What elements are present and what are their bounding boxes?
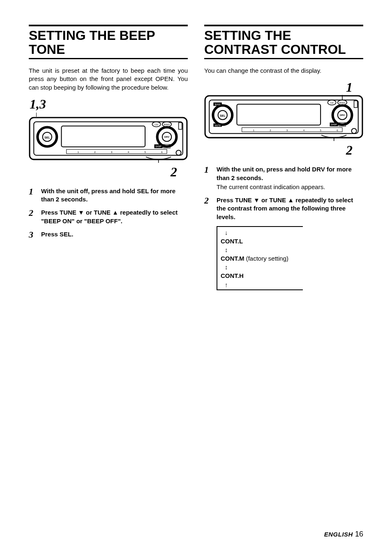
svg-text:BAND: BAND	[164, 123, 170, 126]
svg-text:5: 5	[320, 129, 321, 132]
svg-text:SEL: SEL	[44, 136, 50, 139]
svg-rect-55	[354, 101, 357, 108]
svg-text:BAND: BAND	[339, 102, 345, 104]
rule-under	[29, 58, 188, 59]
heading-beep: SETTING THE BEEP TONE	[29, 29, 188, 56]
left-column: SETTING THE BEEP TONE The unit is preset…	[29, 25, 188, 290]
step-number: 1	[29, 187, 36, 204]
step-3: 3 Press SEL.	[29, 230, 188, 239]
level-h: CONT.H	[221, 272, 244, 279]
arrow-down-icon: ↓	[221, 229, 300, 236]
svg-point-56	[351, 129, 356, 134]
rule-top	[204, 25, 363, 26]
step-number: 2	[204, 196, 212, 221]
svg-rect-17	[67, 149, 167, 153]
rule-top	[29, 25, 188, 26]
right-column: SETTING THE CONTRAST CONTROL You can cha…	[204, 25, 363, 290]
svg-text:1: 1	[77, 150, 79, 153]
svg-text:LO: LO	[341, 123, 344, 126]
svg-point-25	[176, 150, 181, 155]
svg-text:5: 5	[144, 150, 146, 153]
arrow-updown-icon: ↕	[221, 247, 300, 253]
callout-2-right: 2	[204, 143, 353, 158]
svg-rect-48	[242, 128, 342, 132]
svg-text:6: 6	[337, 129, 338, 132]
heading-contrast: SETTING THE CONTRAST CONTROL	[204, 29, 363, 56]
svg-text:CD: CD	[154, 123, 158, 126]
step-number: 3	[29, 230, 36, 239]
svg-text:6: 6	[161, 150, 163, 153]
svg-text:BASS: BASS	[215, 104, 221, 106]
arrow-updown-icon: ↕	[221, 264, 300, 270]
svg-text:2: 2	[270, 129, 271, 132]
callout-1-3: 1,3	[30, 97, 188, 112]
page-footer: ENGLISH 16	[324, 530, 363, 539]
svg-text:DISP: DISP	[331, 123, 337, 126]
svg-text:1: 1	[253, 129, 254, 132]
svg-rect-29	[237, 104, 321, 125]
callout-leader	[29, 113, 188, 117]
svg-text:3: 3	[286, 129, 288, 132]
footer-page-number: 16	[355, 530, 363, 538]
step-text: With the unit off, press and hold SEL fo…	[41, 187, 175, 203]
svg-text:DRV: DRV	[164, 135, 170, 138]
step-text: Press SEL.	[41, 231, 73, 238]
step-2: 2 Press TUNE ▼ or TUNE ▲ repeatedly to s…	[204, 196, 363, 221]
step-number: 1	[204, 165, 212, 191]
level-m-note: (factory setting)	[244, 255, 289, 262]
rule-under	[204, 58, 363, 59]
svg-text:3: 3	[111, 150, 113, 153]
step-subtext: The current contrast indication appears.	[217, 183, 363, 191]
svg-text:4: 4	[303, 129, 305, 132]
device-illustration-right: SEL BASS MUTE DRV CD BAND DISP LO 123 45…	[204, 95, 363, 141]
svg-rect-2	[61, 126, 145, 147]
contrast-intro: You can change the contrast of the displ…	[204, 67, 363, 75]
footer-language: ENGLISH	[324, 531, 353, 538]
callout-1-right: 1	[204, 80, 353, 95]
svg-text:DISP: DISP	[156, 145, 161, 148]
level-m: CONT.M	[221, 255, 244, 262]
beep-intro: The unit is preset at the factory to bee…	[29, 67, 188, 92]
svg-rect-27	[205, 96, 362, 138]
step-text: With the unit on, press and hold DRV for…	[217, 166, 352, 181]
svg-text:DRV: DRV	[340, 113, 346, 116]
svg-text:2: 2	[94, 150, 96, 153]
arrow-up-icon: ↑	[221, 282, 300, 288]
svg-text:SEL: SEL	[220, 114, 226, 118]
svg-text:CD: CD	[330, 102, 334, 104]
svg-text:MUTE: MUTE	[214, 125, 221, 127]
level-l: CONT.L	[221, 238, 243, 245]
step-number: 2	[29, 208, 36, 225]
step-1: 1 With the unit off, press and hold SEL …	[29, 187, 188, 204]
step-1: 1 With the unit on, press and hold DRV f…	[204, 165, 363, 191]
svg-rect-0	[30, 118, 187, 160]
device-illustration-left: SEL DRV CD BAND DISP LO 123 456	[29, 117, 188, 163]
svg-text:LO: LO	[165, 145, 168, 148]
svg-rect-24	[179, 123, 182, 129]
svg-text:4: 4	[128, 150, 129, 153]
contrast-steps: 1 With the unit on, press and hold DRV f…	[204, 165, 363, 221]
contrast-levels: ↓ CONT.L ↕ CONT.M (factory setting) ↕ CO…	[217, 226, 303, 290]
step-text: Press TUNE ▼ or TUNE ▲ repeatedly to sel…	[41, 209, 178, 224]
step-text: Press TUNE ▼ or TUNE ▲ repeatedly to sel…	[217, 197, 353, 220]
beep-steps: 1 With the unit off, press and hold SEL …	[29, 187, 188, 239]
step-2: 2 Press TUNE ▼ or TUNE ▲ repeatedly to s…	[29, 208, 188, 225]
callout-2-left: 2	[29, 164, 177, 180]
